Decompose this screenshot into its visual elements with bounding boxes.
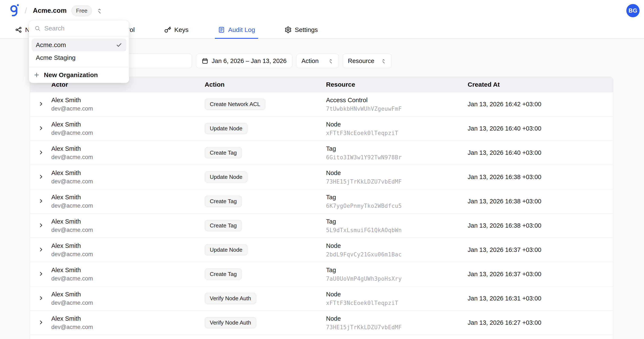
action-badge: Create Tag xyxy=(205,147,242,158)
action-cell: Update Node xyxy=(205,172,326,183)
created-at: Jan 13, 2026 16:37 +03:00 xyxy=(468,271,613,278)
breadcrumb-separator: / xyxy=(25,6,27,15)
actor-cell: Alex Smith dev@acme.com xyxy=(51,194,205,209)
table-row[interactable]: Alex Smith dev@acme.com Create Tag Tag 7… xyxy=(30,262,613,286)
tab-settings[interactable]: Settings xyxy=(282,21,321,38)
org-list-item[interactable]: Acme Staging xyxy=(32,51,126,64)
chevron-right-icon[interactable] xyxy=(38,222,44,228)
table-row[interactable]: Alex Smith dev@acme.com Update Node Node… xyxy=(30,165,613,189)
col-header-created-at: Created At xyxy=(468,81,613,88)
action-cell: Create Tag xyxy=(205,147,326,158)
document-icon xyxy=(218,26,225,34)
table-row[interactable]: Alex Smith dev@acme.com Verify Node Auth… xyxy=(30,311,613,335)
action-badge: Verify Node Auth xyxy=(205,317,256,328)
resource-cell: Node 73HE15jTrKkLDZU7vbEdMF xyxy=(326,315,468,330)
actor-cell: Alex Smith dev@acme.com xyxy=(51,170,205,185)
actor-name: Alex Smith xyxy=(51,170,205,176)
g-logo-icon xyxy=(9,4,19,18)
col-header-action: Action xyxy=(205,81,326,88)
actor-cell: Alex Smith dev@acme.com xyxy=(51,97,205,112)
created-at: Jan 13, 2026 16:38 +03:00 xyxy=(468,198,613,205)
actor-name: Alex Smith xyxy=(51,315,205,322)
search-icon xyxy=(34,25,41,32)
actor-email: dev@acme.com xyxy=(51,130,205,136)
chevron-right-icon[interactable] xyxy=(38,246,44,252)
action-cell: Verify Node Auth xyxy=(205,293,326,304)
action-badge: Verify Node Auth xyxy=(205,293,256,304)
created-at: Jan 13, 2026 16:40 +03:00 xyxy=(468,125,613,132)
resource-filter-label: Resource xyxy=(348,58,374,64)
org-switcher-footer: New Organization xyxy=(29,67,129,83)
expand-cell xyxy=(30,174,51,180)
chevron-right-icon[interactable] xyxy=(38,101,44,107)
resource-filter-select[interactable]: Resource xyxy=(343,54,392,68)
expand-cell xyxy=(30,125,51,132)
actor-email: dev@acme.com xyxy=(51,202,205,209)
created-at: Jan 13, 2026 16:38 +03:00 xyxy=(468,222,613,229)
actor-name: Alex Smith xyxy=(51,218,205,225)
date-range-button[interactable]: Jan 6, 2026 – Jan 13, 2026 xyxy=(196,54,292,68)
table-row[interactable]: Alex Smith dev@acme.com Create Network A… xyxy=(30,92,613,116)
resource-cell: Tag 5L9dTxLsmuiFG1QkAOqbWn xyxy=(326,218,468,234)
action-cell: Update Node xyxy=(205,244,326,256)
action-badge: Update Node xyxy=(205,244,248,256)
gear-icon xyxy=(284,26,292,34)
chevron-right-icon[interactable] xyxy=(38,150,44,156)
org-list-item[interactable]: Acme.com xyxy=(32,38,126,51)
resource-id: 2bdL9FqvCy21Gxu06m1Bac xyxy=(326,251,468,258)
resource-cell: Tag 6Gito3IW3w1Y92TwN978Br xyxy=(326,145,468,160)
actor-email: dev@acme.com xyxy=(51,106,205,112)
key-icon xyxy=(164,26,171,34)
nodes-icon xyxy=(15,26,22,34)
actor-cell: Alex Smith dev@acme.com xyxy=(51,145,205,160)
org-search-input[interactable] xyxy=(44,25,126,32)
actor-cell: Alex Smith dev@acme.com xyxy=(51,242,205,258)
resource-cell: Node xFTtF3NcEoek0lTeqpziT xyxy=(326,121,468,136)
expand-cell xyxy=(30,320,51,326)
tab-keys[interactable]: Keys xyxy=(161,21,192,38)
plus-icon xyxy=(34,72,40,78)
action-badge: Update Node xyxy=(205,123,248,134)
breadcrumb-org-name: Acme.com xyxy=(33,7,67,14)
actor-name: Alex Smith xyxy=(51,242,205,249)
table-row[interactable]: Alex Smith dev@acme.com Verify Node Auth… xyxy=(30,286,613,311)
chevron-right-icon[interactable] xyxy=(38,320,44,325)
chevrons-up-down-icon[interactable] xyxy=(96,7,103,14)
action-filter-select[interactable]: Action xyxy=(296,54,339,68)
chevron-right-icon[interactable] xyxy=(38,271,44,277)
resource-id: 5L9dTxLsmuiFG1QkAOqbWn xyxy=(326,227,468,234)
resource-cell: Node 2bdL9FqvCy21Gxu06m1Bac xyxy=(326,242,468,258)
created-at: Jan 13, 2026 16:27 +03:00 xyxy=(468,319,613,326)
actor-name: Alex Smith xyxy=(51,194,205,201)
resource-cell: Tag 7aU0UoVmP4gUWh3poHsXry xyxy=(326,266,468,282)
expand-cell xyxy=(30,295,51,302)
org-list: Acme.com Acme Staging xyxy=(29,36,129,67)
resource-id: 6K7ygOePnmyTko2WBdfcu5 xyxy=(326,203,468,209)
action-cell: Create Tag xyxy=(205,268,326,280)
table-row[interactable]: Alex Smith dev@acme.com Update Node Node… xyxy=(30,116,613,141)
resource-cell: Tag 6K7ygOePnmyTko2WBdfcu5 xyxy=(326,194,468,209)
chevron-right-icon[interactable] xyxy=(38,174,44,180)
resource-type: Node xyxy=(326,242,468,249)
check-icon xyxy=(116,42,122,48)
action-badge: Create Tag xyxy=(205,196,242,207)
new-organization-button[interactable]: New Organization xyxy=(29,67,129,83)
chevron-right-icon[interactable] xyxy=(38,295,44,301)
action-cell: Create Tag xyxy=(205,220,326,231)
resource-type: Tag xyxy=(326,145,468,152)
chevron-right-icon[interactable] xyxy=(38,125,44,131)
tab-audit-log[interactable]: Audit Log xyxy=(215,21,258,38)
resource-cell: Node 73HE15jTrKkLDZU7vbEdMF xyxy=(326,170,468,185)
table-row[interactable]: Alex Smith dev@acme.com Create Tag Tag 6… xyxy=(30,141,613,165)
chevron-right-icon[interactable] xyxy=(38,198,44,204)
action-badge: Update Node xyxy=(205,172,248,183)
table-row[interactable]: Alex Smith dev@acme.com Create Tag Tag 6… xyxy=(30,189,613,214)
actor-cell: Alex Smith dev@acme.com xyxy=(51,291,205,306)
resource-id: xFTtF3NcEoek0lTeqpziT xyxy=(326,130,468,136)
table-row[interactable]: Alex Smith dev@acme.com Create Tag Tag 5… xyxy=(30,214,613,238)
actor-email: dev@acme.com xyxy=(51,227,205,234)
created-at: Jan 13, 2026 16:42 +03:00 xyxy=(468,101,613,108)
resource-type: Tag xyxy=(326,194,468,201)
table-row[interactable]: Alex Smith dev@acme.com Update Node Node… xyxy=(30,238,613,262)
avatar[interactable]: BG xyxy=(626,4,640,17)
